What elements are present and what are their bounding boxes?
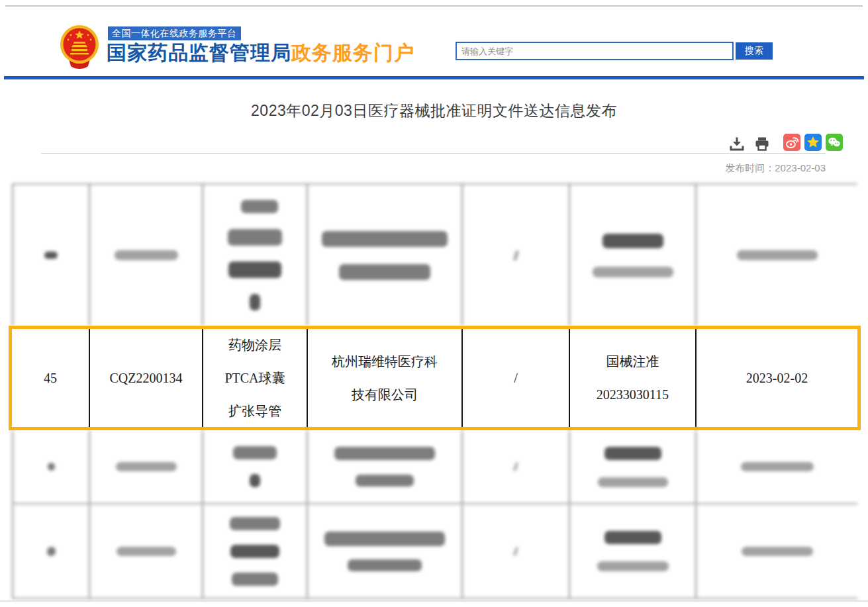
national-emblem-logo [52,24,107,71]
delivery-info-table: 45 CQZ2200134 药物涂层 PTCA球囊 扩张导管 杭州瑞维特医疗科 … [12,183,857,599]
cell-seq [12,504,90,598]
table-row-redacted [12,504,857,599]
product-name-line: 药物涂层 [228,329,281,361]
cell-company [308,185,463,326]
platform-badge: 全国一体化在线政务服务平台 [108,26,241,40]
company-line: 杭州瑞维特医疗科 [332,345,438,378]
national-emblem-icon [52,24,107,69]
cell-product-name: 药物涂层 PTCA球囊 扩张导管 [203,329,308,427]
cell-acceptance-no [90,504,203,598]
wechat-share-icon[interactable] [826,134,843,151]
download-icon[interactable] [729,136,746,153]
cell-registration-no [570,430,697,503]
cell-agent [463,504,570,598]
cell-product-name [203,185,308,326]
cell-agent [463,185,570,326]
cell-seq [12,185,90,326]
company-line: 技有限公司 [352,378,418,411]
cell-date [697,504,857,598]
search-input[interactable] [456,42,734,60]
cell-registration-no [570,504,697,598]
cell-seq [12,430,90,503]
table-row-redacted [12,430,857,504]
cell-product-name [203,504,308,598]
weibo-share-icon[interactable] [783,134,800,151]
cell-agent [463,430,570,503]
site-brand-link[interactable]: 国家药品监督管理局政务服务门户 [107,40,414,67]
publish-time: 发布时间：2023-02-03 [725,162,826,175]
table-row-redacted [12,183,857,326]
cell-registration-no [570,185,697,326]
registration-no-line: 国械注准 [606,345,659,378]
title-divider [41,153,826,154]
cell-date: 2023-02-02 [697,329,857,427]
cell-acceptance-no: CQZ2200134 [90,329,203,427]
cell-company [308,430,463,503]
search-button[interactable]: 搜索 [736,42,773,60]
header-blue-rule [4,76,864,79]
nmpa-portal-page: 全国一体化在线政务服务平台 国家药品监督管理局政务服务门户 搜索 2023年02… [0,0,868,607]
cell-date [697,185,857,326]
agency-name: 国家药品监督管理局 [107,42,291,64]
page-title: 2023年02月03日医疗器械批准证明文件送达信息发布 [0,101,868,121]
table-row-highlighted: 45 CQZ2200134 药物涂层 PTCA球囊 扩张导管 杭州瑞维特医疗科 … [9,326,861,430]
cell-agent: / [463,329,570,427]
print-icon[interactable] [754,136,771,153]
product-name-line: PTCA球囊 [224,361,285,395]
cell-product-name [203,430,308,503]
cell-seq: 45 [12,329,90,427]
portal-name: 政务服务门户 [291,42,414,64]
cell-acceptance-no [90,430,203,503]
bottom-divider [0,600,868,602]
qzone-share-icon[interactable] [804,134,822,151]
cell-acceptance-no [90,185,203,326]
publish-time-label: 发布时间： [725,162,775,173]
cell-registration-no: 国械注准 20233030115 [570,329,697,427]
cell-date [697,430,857,503]
cell-company: 杭州瑞维特医疗科 技有限公司 [308,329,463,427]
cell-company [308,504,463,598]
publish-date: 2023-02-03 [775,162,826,173]
registration-no-line: 20233030115 [597,378,669,411]
top-divider [5,5,863,7]
product-name-line: 扩张导管 [228,395,281,427]
